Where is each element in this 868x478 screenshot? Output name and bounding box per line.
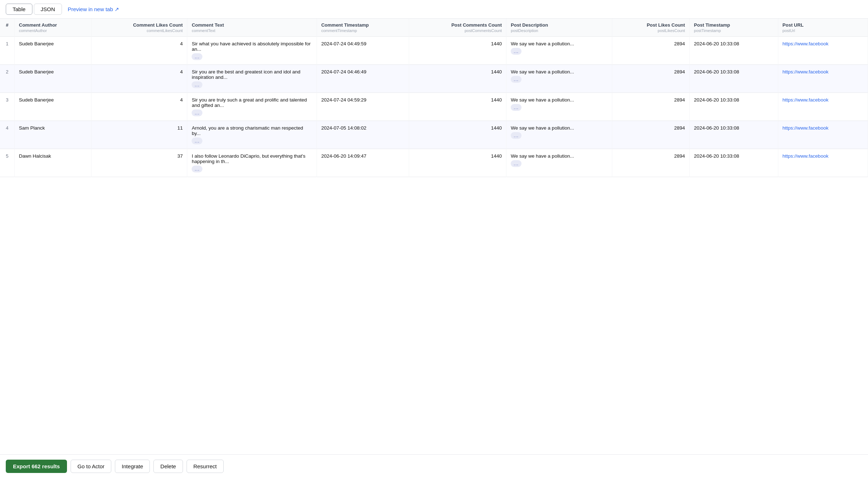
comment-text-value: Sir what you have achieved is absolutely… — [192, 41, 310, 52]
cell-post-comments-count: 1440 — [409, 93, 506, 121]
integrate-button[interactable]: Integrate — [115, 460, 150, 473]
post-description-value: We say we have a pollution... — [511, 41, 574, 46]
expand-description-btn[interactable]: ... — [511, 76, 522, 83]
cell-comment-author: Sudeb Banerjee — [14, 93, 91, 121]
cell-post-timestamp: 2024-06-20 10:33:08 — [689, 37, 778, 65]
cell-post-likes-count: 2894 — [612, 93, 689, 121]
tab-json[interactable]: JSON — [34, 4, 62, 15]
cell-post-url[interactable]: https://www.facebook — [778, 65, 868, 93]
post-url-link[interactable]: https://www.facebook — [783, 153, 829, 159]
comment-text-value: Sir you are the best and greatest icon a… — [192, 69, 300, 80]
cell-row-num: 2 — [0, 65, 14, 93]
expand-description-btn[interactable]: ... — [511, 48, 522, 55]
expand-comment-btn[interactable]: ... — [192, 166, 202, 172]
delete-button[interactable]: Delete — [153, 460, 183, 473]
col-header-num: # — [0, 19, 14, 37]
cell-post-likes-count: 2894 — [612, 149, 689, 177]
table-row: 4Sam Planck11Arnold, you are a strong ch… — [0, 121, 868, 149]
cell-post-timestamp: 2024-06-20 10:33:08 — [689, 121, 778, 149]
bottom-bar: Export 662 results Go to Actor Integrate… — [0, 454, 868, 478]
cell-comment-text: Arnold, you are a strong charismatic man… — [187, 121, 317, 149]
export-button[interactable]: Export 662 results — [6, 460, 67, 473]
go-to-actor-button[interactable]: Go to Actor — [71, 460, 111, 473]
cell-post-timestamp: 2024-06-20 10:33:08 — [689, 149, 778, 177]
col-header-comment-text: Comment TextcommentText — [187, 19, 317, 37]
resurrect-button[interactable]: Resurrect — [187, 460, 224, 473]
cell-comment-likes: 4 — [91, 93, 187, 121]
post-description-value: We say we have a pollution... — [511, 69, 574, 75]
col-header-comment-timestamp: Comment TimestampcommentTimestamp — [317, 19, 409, 37]
cell-row-num: 4 — [0, 121, 14, 149]
col-header-post-url: Post URLpostUrl — [778, 19, 868, 37]
cell-post-likes-count: 2894 — [612, 65, 689, 93]
col-header-comment-likes: Comment Likes CountcommentLikesCount — [91, 19, 187, 37]
expand-comment-btn[interactable]: ... — [192, 109, 202, 116]
cell-comment-text: I also follow Leonardo DiCaprio, but eve… — [187, 149, 317, 177]
post-url-link[interactable]: https://www.facebook — [783, 69, 829, 75]
cell-row-num: 1 — [0, 37, 14, 65]
cell-comment-likes: 4 — [91, 37, 187, 65]
cell-post-timestamp: 2024-06-20 10:33:08 — [689, 93, 778, 121]
col-header-post-likes: Post Likes CountpostLikesCount — [612, 19, 689, 37]
cell-post-comments-count: 1440 — [409, 149, 506, 177]
cell-post-comments-count: 1440 — [409, 121, 506, 149]
col-header-post-description: Post DescriptionpostDescription — [506, 19, 612, 37]
table-row: 2Sudeb Banerjee4Sir you are the best and… — [0, 65, 868, 93]
cell-post-url[interactable]: https://www.facebook — [778, 121, 868, 149]
post-description-value: We say we have a pollution... — [511, 97, 574, 103]
table-container: # Comment AuthorcommentAuthor Comment Li… — [0, 19, 868, 454]
cell-post-url[interactable]: https://www.facebook — [778, 37, 868, 65]
tab-table[interactable]: Table — [6, 4, 32, 15]
cell-post-comments-count: 1440 — [409, 37, 506, 65]
toolbar: Table JSON Preview in new tab ↗ — [0, 0, 868, 19]
cell-comment-likes: 11 — [91, 121, 187, 149]
cell-post-description: We say we have a pollution...... — [506, 93, 612, 121]
post-url-link[interactable]: https://www.facebook — [783, 41, 829, 46]
cell-post-likes-count: 2894 — [612, 121, 689, 149]
table-row: 1Sudeb Banerjee4Sir what you have achiev… — [0, 37, 868, 65]
table-row: 5Dawn Halcisak37I also follow Leonardo D… — [0, 149, 868, 177]
cell-row-num: 3 — [0, 93, 14, 121]
post-url-link[interactable]: https://www.facebook — [783, 125, 829, 131]
cell-comment-timestamp: 2024-06-20 14:09:47 — [317, 149, 409, 177]
cell-post-likes-count: 2894 — [612, 37, 689, 65]
cell-comment-author: Sudeb Banerjee — [14, 37, 91, 65]
cell-comment-author: Sudeb Banerjee — [14, 65, 91, 93]
comment-text-value: I also follow Leonardo DiCaprio, but eve… — [192, 153, 305, 164]
post-description-value: We say we have a pollution... — [511, 153, 574, 159]
expand-comment-btn[interactable]: ... — [192, 137, 202, 144]
table-header-row: # Comment AuthorcommentAuthor Comment Li… — [0, 19, 868, 37]
cell-row-num: 5 — [0, 149, 14, 177]
cell-comment-likes: 4 — [91, 65, 187, 93]
cell-post-url[interactable]: https://www.facebook — [778, 149, 868, 177]
cell-comment-timestamp: 2024-07-24 04:59:29 — [317, 93, 409, 121]
comment-text-value: Sir you are truly such a great and proli… — [192, 97, 307, 108]
cell-comment-timestamp: 2024-07-05 14:08:02 — [317, 121, 409, 149]
cell-post-description: We say we have a pollution...... — [506, 65, 612, 93]
post-url-link[interactable]: https://www.facebook — [783, 97, 829, 103]
cell-comment-author: Sam Planck — [14, 121, 91, 149]
cell-post-timestamp: 2024-06-20 10:33:08 — [689, 65, 778, 93]
cell-post-url[interactable]: https://www.facebook — [778, 93, 868, 121]
expand-comment-btn[interactable]: ... — [192, 53, 202, 60]
table-row: 3Sudeb Banerjee4Sir you are truly such a… — [0, 93, 868, 121]
expand-description-btn[interactable]: ... — [511, 160, 522, 167]
data-table: # Comment AuthorcommentAuthor Comment Li… — [0, 19, 868, 177]
expand-description-btn[interactable]: ... — [511, 104, 522, 111]
cell-comment-timestamp: 2024-07-24 04:49:59 — [317, 37, 409, 65]
cell-comment-likes: 37 — [91, 149, 187, 177]
cell-comment-timestamp: 2024-07-24 04:46:49 — [317, 65, 409, 93]
comment-text-value: Arnold, you are a strong charismatic man… — [192, 125, 303, 136]
col-header-post-comments: Post Comments CountpostCommentsCount — [409, 19, 506, 37]
cell-post-description: We say we have a pollution...... — [506, 149, 612, 177]
expand-comment-btn[interactable]: ... — [192, 81, 202, 88]
expand-description-btn[interactable]: ... — [511, 132, 522, 139]
cell-post-description: We say we have a pollution...... — [506, 37, 612, 65]
cell-post-description: We say we have a pollution...... — [506, 121, 612, 149]
post-description-value: We say we have a pollution... — [511, 125, 574, 131]
cell-post-comments-count: 1440 — [409, 65, 506, 93]
cell-comment-text: Sir what you have achieved is absolutely… — [187, 37, 317, 65]
cell-comment-text: Sir you are the best and greatest icon a… — [187, 65, 317, 93]
cell-comment-author: Dawn Halcisak — [14, 149, 91, 177]
preview-link[interactable]: Preview in new tab ↗ — [68, 6, 119, 13]
